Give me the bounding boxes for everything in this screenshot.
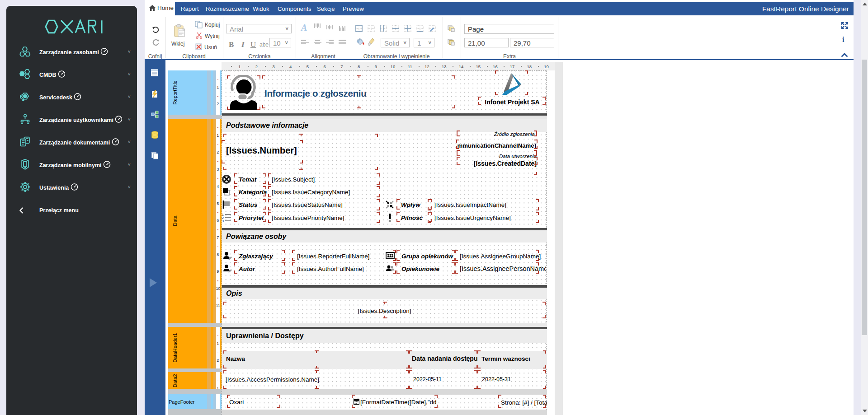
svg-text:3: 3 [222,219,224,222]
svg-text:2: 2 [222,216,224,219]
svg-text:1: 1 [222,213,224,216]
